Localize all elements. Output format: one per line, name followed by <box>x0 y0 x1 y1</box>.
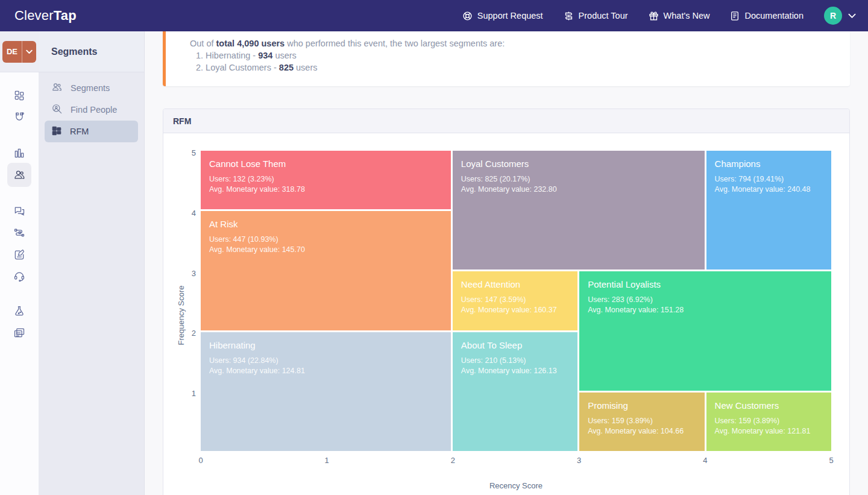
segment-user-count: 934 <box>258 51 272 60</box>
cell-users: Users: 825 (20.17%) <box>461 174 705 184</box>
cell-users: Users: 159 (3.89%) <box>715 416 831 426</box>
cell-title: At Risk <box>209 219 451 229</box>
cell-monetary: Avg. Monetary value: 151.28 <box>588 305 831 315</box>
rfm-cell-need-attention[interactable]: Need Attention Users: 147 (3.59%) Avg. M… <box>453 271 577 330</box>
top-navbar: CleverTap Support Request Product Tour W… <box>0 0 868 31</box>
magnet-icon[interactable] <box>7 105 31 129</box>
y-tick: 4 <box>180 209 196 218</box>
rfm-cell-loyal-customers[interactable]: Loyal Customers Users: 825 (20.17%) Avg.… <box>453 151 705 270</box>
reports-icon[interactable] <box>7 321 31 345</box>
account-switcher[interactable]: DE <box>2 41 36 63</box>
cell-users: Users: 934 (22.84%) <box>209 356 451 366</box>
rfm-grid-chart: Frequency Score 5 4 3 2 1 Cannot Lose Th… <box>201 151 831 451</box>
cell-title: Promising <box>588 400 704 411</box>
cell-users: Users: 283 (6.92%) <box>588 295 831 305</box>
nav-label: Documentation <box>744 11 804 20</box>
rfm-cell-hibernating[interactable]: Hibernating Users: 934 (22.84%) Avg. Mon… <box>201 332 451 451</box>
cell-users: Users: 132 (3.23%) <box>209 174 451 184</box>
x-tick: 5 <box>829 456 833 465</box>
insight-item-1: 1. Hibernating - 934 users <box>196 49 835 61</box>
person-search-icon <box>51 103 63 116</box>
rfm-cell-about-to-sleep[interactable]: About To Sleep Users: 210 (5.13%) Avg. M… <box>453 332 577 451</box>
rfm-cells: Cannot Lose Them Users: 132 (3.23%) Avg.… <box>201 151 831 451</box>
y-tick: 3 <box>180 269 196 278</box>
account-menu[interactable]: R <box>824 7 856 25</box>
segment-user-count: 825 <box>279 63 294 72</box>
cell-monetary: Avg. Monetary value: 124.81 <box>209 366 451 376</box>
nav-documentation[interactable]: Documentation <box>730 11 804 21</box>
logo-text-light: Clever <box>14 8 54 23</box>
x-tick: 1 <box>325 456 329 465</box>
rfm-cell-promising[interactable]: Promising Users: 159 (3.89%) Avg. Moneta… <box>579 393 704 451</box>
cell-monetary: Avg. Monetary value: 318.78 <box>209 184 451 195</box>
nav-product-tour[interactable]: Product Tour <box>564 11 628 21</box>
signpost-icon <box>564 11 574 21</box>
segments-sidebar: Segments Segments Find People RFM <box>39 31 145 495</box>
dashboard-icon[interactable] <box>7 83 31 107</box>
nav-support-request[interactable]: Support Request <box>462 11 543 21</box>
labs-flask-icon[interactable] <box>7 299 31 323</box>
cell-title: Potential Loyalists <box>588 279 831 289</box>
x-tick: 0 <box>198 456 203 465</box>
rfm-cell-champions[interactable]: Champions Users: 794 (19.41%) Avg. Monet… <box>706 151 831 270</box>
insight-callout: Out of total 4,090 users who performed t… <box>163 31 850 86</box>
insight-item-2: 2. Loyal Customers - 825 users <box>196 61 835 74</box>
avatar: R <box>824 7 842 25</box>
clevertap-logo[interactable]: CleverTap <box>14 8 77 24</box>
cell-title: Need Attention <box>461 279 577 289</box>
cell-monetary: Avg. Monetary value: 240.48 <box>715 184 831 195</box>
compose-icon[interactable] <box>7 242 31 266</box>
cell-title: New Customers <box>715 400 831 411</box>
sidebar-item-find-people[interactable]: Find People <box>45 99 138 121</box>
sidebar-header: Segments <box>39 31 144 72</box>
cell-users: Users: 147 (3.59%) <box>461 295 577 305</box>
icon-rail: DE <box>0 31 39 495</box>
sidebar-title: Segments <box>51 46 97 57</box>
nav-label: What's New <box>664 11 710 20</box>
navbar-links: Support Request Product Tour What's New … <box>462 7 856 25</box>
sidebar-item-label: Find People <box>71 105 117 115</box>
account-badge[interactable]: DE <box>2 41 22 63</box>
rfm-cell-at-risk[interactable]: At Risk Users: 447 (10.93%) Avg. Monetar… <box>201 211 451 330</box>
people-icon[interactable] <box>7 163 31 187</box>
nav-label: Product Tour <box>579 11 628 20</box>
cell-users: Users: 794 (19.41%) <box>715 174 831 184</box>
cell-monetary: Avg. Monetary value: 145.70 <box>209 245 451 255</box>
chevron-down-icon <box>848 10 856 21</box>
x-tick: 2 <box>451 456 455 465</box>
rail-icon-list <box>0 72 39 342</box>
rfm-cell-cannot-lose-them[interactable]: Cannot Lose Them Users: 132 (3.23%) Avg.… <box>201 151 451 209</box>
rfm-cell-potential-loyalists[interactable]: Potential Loyalists Users: 283 (6.92%) A… <box>579 271 831 390</box>
nav-label: Support Request <box>477 11 543 20</box>
cell-monetary: Avg. Monetary value: 126.13 <box>461 366 577 376</box>
sidebar-menu: Segments Find People RFM <box>39 72 144 142</box>
cell-title: About To Sleep <box>461 340 577 350</box>
sidebar-item-rfm[interactable]: RFM <box>45 121 138 142</box>
life-buoy-icon <box>462 11 473 21</box>
cell-users: Users: 447 (10.93%) <box>209 235 451 245</box>
cell-title: Loyal Customers <box>461 159 705 169</box>
analytics-bars-icon[interactable] <box>7 141 31 165</box>
rfm-panel: RFM Frequency Score 5 4 3 2 1 Cannot Los… <box>163 109 850 495</box>
y-tick: 5 <box>180 148 196 157</box>
y-tick: 2 <box>180 329 196 338</box>
main-content: Out of total 4,090 users who performed t… <box>145 31 868 495</box>
rfm-chart-area: Frequency Score 5 4 3 2 1 Cannot Lose Th… <box>163 133 849 495</box>
cell-users: Users: 159 (3.89%) <box>588 416 704 426</box>
y-tick: 1 <box>180 389 196 398</box>
document-icon <box>730 11 740 21</box>
rail-account-zone: DE <box>0 31 39 72</box>
nav-whats-new[interactable]: What's New <box>649 11 710 21</box>
sidebar-item-segments[interactable]: Segments <box>45 77 138 99</box>
headset-icon[interactable] <box>7 264 31 288</box>
rfm-cell-new-customers[interactable]: New Customers Users: 159 (3.89%) Avg. Mo… <box>706 393 831 451</box>
journeys-icon[interactable] <box>7 221 31 245</box>
x-tick: 4 <box>703 456 707 465</box>
cell-title: Champions <box>715 159 831 169</box>
chevron-down-icon[interactable] <box>22 41 36 63</box>
insight-list: 1. Hibernating - 934 users 2. Loyal Cust… <box>196 49 835 74</box>
messages-icon[interactable] <box>7 199 31 223</box>
cell-title: Hibernating <box>209 340 451 350</box>
x-axis-label: Recency Score <box>201 481 831 490</box>
sidebar-item-label: Segments <box>71 83 110 93</box>
